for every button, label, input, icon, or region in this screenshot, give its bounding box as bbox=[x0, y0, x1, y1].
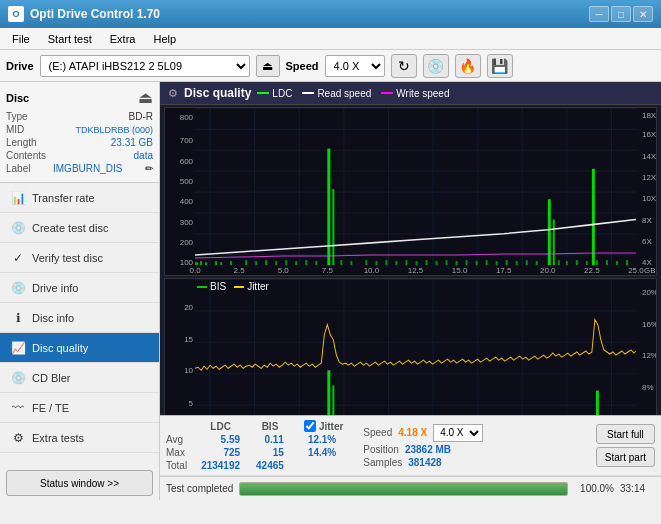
svg-text:10: 10 bbox=[184, 367, 193, 376]
contents-label: Contents bbox=[6, 150, 46, 161]
sidebar-item-cd-bler[interactable]: 💿 CD Bler bbox=[0, 363, 159, 393]
drive-select[interactable]: (E:) ATAPI iHBS212 2 5L09 bbox=[40, 55, 250, 77]
save-button[interactable]: 💾 bbox=[487, 54, 513, 78]
svg-text:20: 20 bbox=[184, 304, 193, 313]
svg-rect-42 bbox=[265, 260, 267, 265]
sidebar-item-fe-te[interactable]: 〰 FE / TE bbox=[0, 393, 159, 423]
refresh-button[interactable]: ↻ bbox=[391, 54, 417, 78]
samples-label: Samples bbox=[363, 457, 402, 468]
svg-text:22.5: 22.5 bbox=[584, 266, 600, 275]
start-full-button[interactable]: Start full bbox=[596, 424, 655, 444]
svg-text:14X: 14X bbox=[642, 152, 656, 161]
max-jitter-value: 14.4% bbox=[300, 446, 347, 459]
menu-bar: File Start test Extra Help bbox=[0, 28, 661, 50]
svg-rect-64 bbox=[506, 260, 508, 265]
position-value: 23862 MB bbox=[405, 444, 451, 455]
speed-stat-label: Speed bbox=[363, 427, 392, 438]
svg-rect-44 bbox=[285, 260, 287, 265]
bis-jitter-chart: BIS Jitter bbox=[164, 278, 657, 415]
bis-chart-svg: 5 10 15 20 4% 8% 12% 16% 20% 0.0 2.5 5.0 bbox=[165, 279, 656, 415]
app-icon: O bbox=[8, 6, 24, 22]
disc-info-icon: ℹ bbox=[10, 311, 26, 325]
sidebar: Disc ⏏ Type BD-R MID TDKBLDRBB (000) Len… bbox=[0, 82, 160, 500]
toolbar: Drive (E:) ATAPI iHBS212 2 5L09 ⏏ Speed … bbox=[0, 50, 661, 82]
svg-rect-73 bbox=[586, 261, 588, 265]
extra-icon: ⚙ bbox=[10, 431, 26, 445]
avg-bis-value: 0.11 bbox=[248, 433, 292, 446]
type-label: Type bbox=[6, 111, 28, 122]
speed-preset-select[interactable]: 4.0 X bbox=[433, 424, 483, 442]
svg-rect-32 bbox=[195, 262, 198, 265]
svg-text:0.0: 0.0 bbox=[190, 266, 202, 275]
svg-rect-61 bbox=[476, 261, 478, 265]
edit-label-icon[interactable]: ✏ bbox=[145, 163, 153, 174]
elapsed-time: 33:14 bbox=[620, 483, 655, 494]
disc-icon-button[interactable]: 💿 bbox=[423, 54, 449, 78]
burn-button[interactable]: 🔥 bbox=[455, 54, 481, 78]
sidebar-item-disc-quality[interactable]: 📈 Disc quality bbox=[0, 333, 159, 363]
speed-select[interactable]: 4.0 X bbox=[325, 55, 385, 77]
svg-text:8%: 8% bbox=[642, 383, 654, 392]
bis-col-header: BIS bbox=[248, 419, 292, 433]
avg-jitter-value: 12.1% bbox=[300, 433, 347, 446]
disc-label-value: IMGBURN_DIS bbox=[53, 163, 122, 174]
svg-text:400: 400 bbox=[180, 197, 194, 206]
maximize-button[interactable]: □ bbox=[611, 6, 631, 22]
minimize-button[interactable]: ─ bbox=[589, 6, 609, 22]
svg-rect-63 bbox=[496, 261, 498, 265]
cd-icon: 💿 bbox=[10, 371, 26, 385]
svg-rect-82 bbox=[195, 279, 636, 415]
svg-text:8X: 8X bbox=[642, 216, 652, 225]
svg-text:16X: 16X bbox=[642, 130, 656, 139]
main-content: Disc ⏏ Type BD-R MID TDKBLDRBB (000) Len… bbox=[0, 82, 661, 500]
svg-rect-51 bbox=[375, 261, 377, 265]
svg-rect-60 bbox=[466, 260, 468, 265]
svg-rect-118 bbox=[332, 386, 334, 415]
svg-rect-71 bbox=[566, 261, 568, 265]
disc-quality-header: ⚙ Disc quality LDC Read speed Write spee… bbox=[160, 82, 661, 105]
jitter-checkbox[interactable] bbox=[304, 420, 316, 432]
read-speed-legend-color bbox=[302, 92, 314, 94]
sidebar-item-create-test-disc[interactable]: 💿 Create test disc bbox=[0, 213, 159, 243]
svg-rect-69 bbox=[536, 261, 538, 265]
close-button[interactable]: ✕ bbox=[633, 6, 653, 22]
eject-button[interactable]: ⏏ bbox=[256, 55, 280, 77]
svg-text:6X: 6X bbox=[642, 237, 652, 246]
nav-items: 📊 Transfer rate 💿 Create test disc ✓ Ver… bbox=[0, 183, 159, 466]
read-speed-legend-label: Read speed bbox=[317, 88, 371, 99]
menu-extra[interactable]: Extra bbox=[102, 31, 144, 47]
svg-rect-68 bbox=[526, 260, 528, 265]
sidebar-item-disc-info[interactable]: ℹ Disc info bbox=[0, 303, 159, 333]
max-bis-value: 15 bbox=[248, 446, 292, 459]
sidebar-item-verify-test-disc[interactable]: ✓ Verify test disc bbox=[0, 243, 159, 273]
status-window-button[interactable]: Status window >> bbox=[6, 470, 153, 496]
sidebar-item-extra-tests[interactable]: ⚙ Extra tests bbox=[0, 423, 159, 453]
svg-rect-41 bbox=[255, 261, 257, 265]
svg-text:16%: 16% bbox=[642, 320, 656, 329]
svg-text:15.0: 15.0 bbox=[452, 266, 468, 275]
svg-text:12X: 12X bbox=[642, 173, 656, 182]
drive-label: Drive bbox=[6, 60, 34, 72]
svg-rect-70 bbox=[558, 260, 560, 265]
verify-icon: ✓ bbox=[10, 251, 26, 265]
max-ldc-value: 725 bbox=[193, 446, 248, 459]
ldc-legend-color bbox=[257, 92, 269, 94]
menu-start-test[interactable]: Start test bbox=[40, 31, 100, 47]
disc-eject-icon[interactable]: ⏏ bbox=[138, 88, 153, 107]
svg-rect-58 bbox=[446, 260, 448, 265]
disc-type-value: BD-R bbox=[129, 111, 153, 122]
nav-label: Disc quality bbox=[32, 342, 88, 354]
svg-rect-3 bbox=[195, 108, 636, 265]
svg-text:12.5: 12.5 bbox=[408, 266, 424, 275]
bottom-stats-panel: LDC BIS Jitter Avg 5.59 0.11 12.1% bbox=[160, 415, 661, 500]
length-label: Length bbox=[6, 137, 37, 148]
fe-te-icon: 〰 bbox=[10, 401, 26, 415]
svg-text:18X: 18X bbox=[642, 111, 656, 120]
sidebar-item-drive-info[interactable]: 💿 Drive info bbox=[0, 273, 159, 303]
menu-help[interactable]: Help bbox=[145, 31, 184, 47]
status-text: Test completed bbox=[166, 483, 233, 494]
menu-file[interactable]: File bbox=[4, 31, 38, 47]
start-part-button[interactable]: Start part bbox=[596, 447, 655, 467]
svg-rect-50 bbox=[365, 260, 367, 265]
sidebar-item-transfer-rate[interactable]: 📊 Transfer rate bbox=[0, 183, 159, 213]
